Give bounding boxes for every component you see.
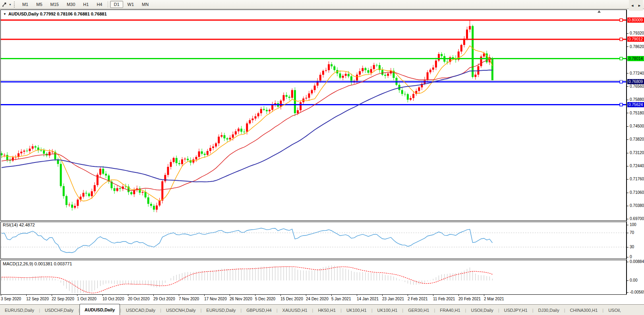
price-tick-label: 0.73820 — [630, 137, 644, 141]
date-tick-label: 12 Sep 2020 — [26, 297, 49, 301]
timeframe-button-m1[interactable]: M1 — [19, 1, 32, 8]
candle-body — [469, 26, 471, 30]
tab-usdchf-daily[interactable]: USDCHF,Daily — [40, 305, 78, 315]
timeframe-button-group: M1M5M15M30H1H4D1W1MN — [18, 1, 153, 8]
candle-body — [325, 70, 327, 71]
level-line-handle[interactable] — [620, 19, 623, 21]
tab-usdjpy-h1[interactable]: USDJPY,H1 — [499, 305, 532, 315]
crosshair-tool-icon[interactable] — [2, 2, 8, 8]
date-tick-label: 5 Dec 2020 — [255, 297, 275, 301]
price-tick-label: 0.74500 — [630, 124, 644, 128]
candle-body — [153, 206, 155, 210]
price-level-badge[interactable]: 0.80009 — [627, 17, 644, 23]
date-tick-mark — [204, 294, 205, 296]
timeframe-button-m15[interactable]: M15 — [47, 1, 62, 8]
level-line-handle[interactable] — [620, 103, 623, 106]
level-line-handle[interactable] — [620, 38, 623, 41]
candle-body — [119, 188, 121, 189]
candle-body — [40, 150, 42, 151]
rsi-tick-label: 0 — [630, 255, 632, 259]
tab-uk100-h1[interactable]: UK100,H1 — [373, 305, 402, 315]
candle-body — [297, 110, 299, 113]
toolbar-grip-handle[interactable] — [14, 2, 16, 8]
candle-body — [387, 73, 389, 76]
date-tick-label: 15 Dec 2020 — [280, 297, 303, 301]
date-tick-label: 26 Nov 2020 — [230, 297, 252, 301]
level-line-handle[interactable] — [620, 57, 623, 60]
tab-usoil[interactable]: USOil, — [603, 305, 626, 315]
tab-gbpusd-h4[interactable]: GBPUSD,H4 — [242, 305, 277, 315]
candle-body — [91, 191, 93, 196]
tab-usoil-daily[interactable]: USOil,Daily — [466, 305, 498, 315]
collapse-chart-icon[interactable]: ▼ — [3, 12, 6, 16]
rsi-canvas[interactable] — [1, 222, 626, 258]
timeframe-button-w1[interactable]: W1 — [124, 1, 138, 8]
candle-body — [12, 157, 14, 160]
price-tick-label: 0.72440 — [630, 164, 644, 168]
tab-china300-h1[interactable]: CHINA300,H1 — [565, 305, 603, 315]
tab-ger30-h1[interactable]: GER30,H1 — [403, 305, 434, 315]
candle-body — [66, 196, 68, 205]
tab-xauusd-h1[interactable]: XAUUSD,H1 — [278, 305, 312, 315]
timeframe-button-h4[interactable]: H4 — [93, 1, 106, 8]
price-tick-label: 0.77240 — [630, 71, 644, 75]
tab-eurusd-daily[interactable]: EURUSD,Daily — [201, 305, 240, 315]
candle-body — [170, 162, 172, 167]
date-tick-mark — [52, 294, 52, 296]
candle-body — [381, 70, 383, 75]
timeframe-button-d1[interactable]: D1 — [110, 1, 123, 8]
price-level-badge[interactable]: 0.76809 — [627, 79, 644, 84]
chart-title: ▼AUDUSD,Daily 0.77992 0.78106 0.76881 0.… — [3, 12, 107, 16]
rsi-tick-mark — [627, 247, 629, 247]
price-tick-mark — [627, 113, 629, 113]
candle-body — [283, 95, 285, 100]
timeframe-button-m5[interactable]: M5 — [33, 1, 46, 8]
tab-scroll-left-icon[interactable]: ◄ — [630, 4, 634, 8]
tab-uk100-h1[interactable]: UK100,H1 — [342, 305, 371, 315]
candle-body — [6, 155, 8, 160]
candle-body — [305, 98, 307, 99]
timeframe-button-h1[interactable]: H1 — [79, 1, 92, 8]
tool-dropdown-icon[interactable]: ▼ — [9, 3, 12, 6]
price-tick-mark — [627, 219, 629, 219]
price-tick-label: 0.69700 — [630, 216, 644, 221]
candle-body — [240, 129, 242, 132]
candle-body — [130, 192, 132, 194]
tab-scroll-right-icon[interactable]: ► — [638, 4, 641, 8]
tab-eurusd-daily[interactable]: EURUSD,Daily — [0, 305, 39, 315]
timeframe-button-mn[interactable]: MN — [138, 1, 152, 8]
candle-body — [1, 153, 3, 155]
rsi-tick-label: 30 — [630, 245, 634, 249]
candle-body — [280, 100, 282, 106]
date-tick-label: 3 Sep 2020 — [1, 297, 21, 301]
price-tick-mark — [627, 46, 629, 47]
level-line-handle[interactable] — [620, 80, 623, 83]
tab-dj30-daily[interactable]: DJ30,Daily — [534, 305, 564, 315]
tab-usdcnh-daily[interactable]: USDCNH,Daily — [161, 305, 201, 315]
candle-body — [85, 193, 87, 194]
candle-body — [204, 154, 206, 155]
macd-canvas[interactable] — [1, 260, 626, 294]
date-tick-mark — [77, 294, 77, 296]
date-tick-label: 29 Oct 2020 — [153, 297, 175, 301]
rsi-tick-mark — [627, 233, 629, 233]
tab-usdcad-daily[interactable]: USDCAD,Daily — [121, 305, 160, 315]
tab-audusd-daily[interactable]: AUDUSD,Daily — [79, 304, 120, 315]
candle-body — [23, 151, 25, 152]
main-chart-canvas[interactable] — [1, 10, 626, 220]
price-tick-mark — [627, 179, 629, 180]
price-level-badge[interactable]: 0.78014 — [627, 56, 644, 61]
candle-body — [286, 95, 288, 97]
price-tick-label: 0.79320 — [630, 31, 644, 35]
candle-body — [319, 75, 321, 81]
candle-body — [218, 137, 220, 143]
tab-fra40-h1[interactable]: FRA40,H1 — [435, 305, 465, 315]
candle-body — [472, 26, 474, 77]
candle-body — [345, 74, 347, 76]
price-level-badge[interactable]: 0.75624 — [627, 102, 644, 107]
candle-body — [311, 90, 313, 93]
timeframe-button-m30[interactable]: M30 — [63, 1, 79, 8]
tab-hk50-h1[interactable]: HK50,H1 — [313, 305, 340, 315]
candle-body — [20, 152, 22, 153]
price-level-badge[interactable]: 0.79012 — [627, 37, 644, 42]
